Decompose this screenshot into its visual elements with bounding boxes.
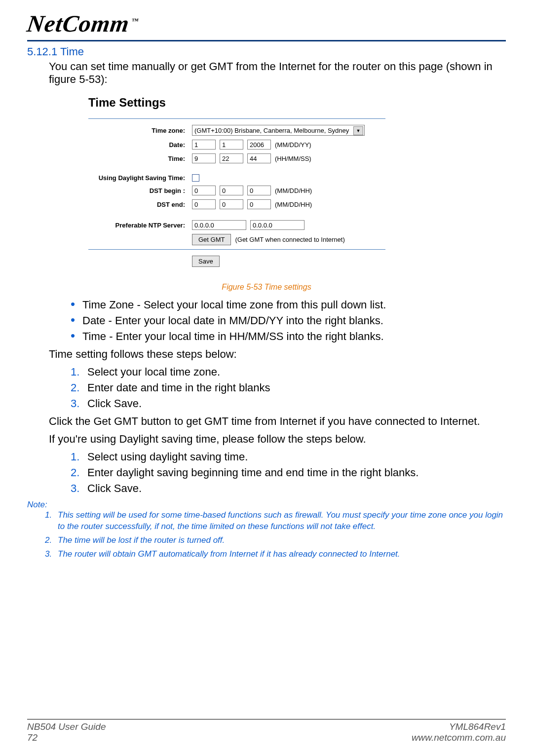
ntp-server-2-input[interactable] [250,220,305,230]
list-item: Select using daylight saving time. [71,451,506,463]
time-label: Time: [88,155,192,162]
logo-tm: ™ [131,17,140,25]
dst-end-hh-input[interactable] [247,199,271,209]
timezone-label: Time zone: [88,127,192,134]
get-gmt-hint: (Get GMT when connected to Internet) [235,236,344,243]
list-item: The router will obtain GMT automatically… [45,549,506,560]
steps-list-2: Select using daylight saving time. Enter… [71,451,506,495]
date-month-input[interactable] [192,140,216,150]
date-label: Date: [88,141,192,149]
dst-end-mm-input[interactable] [192,199,216,209]
date-day-input[interactable] [220,140,243,150]
header-logo: NetComm™ [27,10,506,41]
list-item: Date - Enter your local date in MM/DD/YY… [71,314,506,327]
divider [88,118,385,119]
dst-end-label: DST end: [88,201,192,208]
timezone-value: (GMT+10:00) Brisbane, Canberra, Melbourn… [194,127,349,134]
date-format-hint: (MM/DD/YY) [275,141,311,149]
intro-text: You can set time manually or get GMT fro… [49,60,506,86]
footer-right: YML864Rev1 www.netcomm.com.au [412,721,506,743]
bullet-list: Time Zone - Select your local time zone … [71,299,506,343]
dst-begin-format-hint: (MM/DD/HH) [275,187,312,194]
body-text: Click the Get GMT button to get GMT time… [49,415,506,428]
time-ss-input[interactable] [247,153,271,163]
steps-list-1: Select your local time zone. Enter date … [71,366,506,410]
figure-caption: Figure 5-53 Time settings [27,283,506,292]
save-button[interactable]: Save [192,256,220,267]
time-settings-panel: Time Settings Time zone: (GMT+10:00) Bri… [81,92,392,278]
note-heading: Note: [27,500,506,510]
list-item: Time Zone - Select your local time zone … [71,299,506,311]
dst-end-dd-input[interactable] [220,199,243,209]
list-item: Click Save. [71,397,506,410]
time-mm-input[interactable] [220,153,243,163]
dst-checkbox[interactable] [192,174,199,182]
dst-begin-dd-input[interactable] [220,186,243,195]
page-footer: NB504 User Guide 72 YML864Rev1 www.netco… [27,719,506,743]
ntp-label: Preferable NTP Server: [88,222,192,229]
ntp-server-1-input[interactable] [192,220,246,230]
footer-page-number: 72 [27,732,106,743]
notes-list: This setting will be used for some time-… [45,510,506,560]
dst-begin-mm-input[interactable] [192,186,216,195]
dst-begin-hh-input[interactable] [247,186,271,195]
list-item: Click Save. [71,482,506,495]
dst-use-label: Using Daylight Saving Time: [88,174,192,182]
footer-url: www.netcomm.com.au [412,732,506,743]
list-item: Enter date and time in the right blanks [71,381,506,394]
date-year-input[interactable] [247,140,271,150]
panel-title: Time Settings [88,96,385,110]
list-item: Time - Enter your local time in HH/MM/SS… [71,330,506,343]
list-item: The time will be lost if the router is t… [45,535,506,546]
footer-left: NB504 User Guide 72 [27,721,106,743]
footer-guide-name: NB504 User Guide [27,721,106,732]
section-heading: 5.12.1 Time [27,45,506,58]
time-hh-input[interactable] [192,153,216,163]
body-text: If you're using Daylight saving time, pl… [49,433,506,446]
body-text: Time setting follows these steps below: [49,348,506,361]
list-item: Select your local time zone. [71,366,506,378]
dst-begin-label: DST begin : [88,187,192,194]
timezone-select[interactable]: (GMT+10:00) Brisbane, Canberra, Melbourn… [192,125,365,136]
time-format-hint: (HH/MM/SS) [275,155,311,162]
logo-name: NetComm [25,10,131,37]
footer-revision: YML864Rev1 [412,721,506,732]
list-item: Enter daylight saving beginning time and… [71,466,506,479]
get-gmt-button[interactable]: Get GMT [192,234,231,245]
dst-end-format-hint: (MM/DD/HH) [275,201,312,208]
logo-text: NetComm™ [25,10,141,37]
list-item: This setting will be used for some time-… [45,510,506,532]
divider [88,249,385,250]
